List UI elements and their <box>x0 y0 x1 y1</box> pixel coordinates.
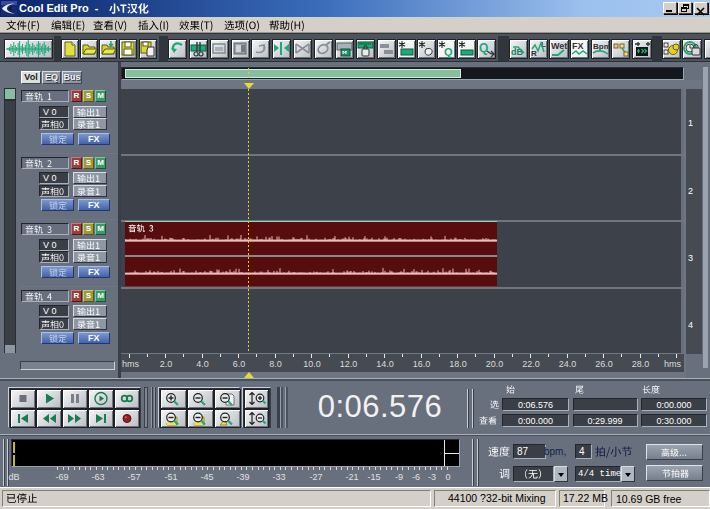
svg-text:Wet: Wet <box>551 41 567 51</box>
svg-text:dB: dB <box>511 47 523 57</box>
svg-text:Q: Q <box>479 41 488 55</box>
svg-text:Q: Q <box>444 46 453 58</box>
svg-text:R: R <box>531 49 537 58</box>
svg-text:Bpm: Bpm <box>593 42 609 51</box>
svg-text:FX: FX <box>572 41 584 51</box>
